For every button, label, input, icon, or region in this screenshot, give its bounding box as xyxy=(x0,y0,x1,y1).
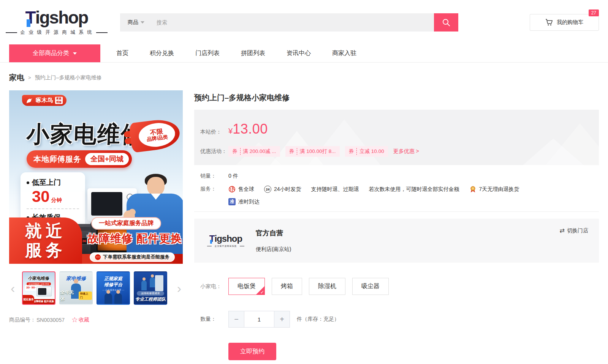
search-bar: 商品 xyxy=(120,13,458,32)
sku-options: 电饭煲 ✓ 烤箱 除湿机 吸尘器 xyxy=(228,278,389,295)
banner-brand-sub: 家庭维修 xyxy=(55,97,63,104)
promo-label: 优惠活动： xyxy=(200,148,228,155)
logo-tagline: 企 业 级 开 源 商 城 系 统 xyxy=(6,29,107,36)
header: T igshop 企 业 级 开 源 商 城 系 统 商品 我的购物车 27 xyxy=(0,0,608,44)
promo-row: 优惠活动： 券满 200.00减 ... 券满 100.00打 8... 券立减… xyxy=(194,146,599,157)
book-now-button[interactable]: 立即预约 xyxy=(228,343,276,360)
store-name: 便利店(南京站) xyxy=(256,246,291,253)
chat-icon xyxy=(95,254,101,260)
stock-text: 件（库存：充足） xyxy=(297,316,339,323)
more-promos-link[interactable]: 更多优惠 > xyxy=(393,148,419,155)
cart-count-badge: 27 xyxy=(589,9,599,16)
all-categories-button[interactable]: 全部商品分类 xyxy=(9,44,100,62)
logo-wordmark: T igshop xyxy=(25,9,88,26)
quantity-increase-button[interactable]: + xyxy=(274,311,290,328)
banner-brand-badge: 啄木鸟 家庭维修 xyxy=(22,95,66,106)
quantity-input[interactable] xyxy=(244,311,274,328)
banner-repair-title: 故障维修 配件更换 xyxy=(87,231,182,246)
store-badge: 官方自营 xyxy=(256,228,291,238)
clock-24-icon: 24 xyxy=(264,186,271,193)
logo-t: T xyxy=(25,9,35,26)
nav-menu: 首页 积分兑换 门店列表 拼团列表 资讯中心 商家入驻 xyxy=(116,44,356,62)
breadcrumb-separator: > xyxy=(28,75,31,80)
nav-item-group-buy[interactable]: 拼团列表 xyxy=(241,49,265,57)
nav-item-home[interactable]: 首页 xyxy=(116,49,128,57)
breadcrumb: 家电 > 预约上门–多规格小家电维修 xyxy=(0,63,608,89)
favorite-star-icon[interactable]: ☆ xyxy=(71,315,78,324)
check-icon: ✓ xyxy=(260,290,264,295)
woodpecker-icon xyxy=(26,98,33,104)
coupon-tag[interactable]: 券满 200.00减 ... xyxy=(228,146,280,157)
price-row: 本站价： ¥ 13.00 xyxy=(194,121,599,137)
thumbnail-1[interactable]: 小家电维修 本地师傅服务 全国+同城 30· 90· 24· 就近服务 故障维修… xyxy=(22,271,55,305)
product-sn-row: 商品编号： SN0030057 ☆ 收藏 xyxy=(9,315,183,324)
service-label: 服务： xyxy=(200,186,228,205)
nav-item-merchant[interactable]: 商家入驻 xyxy=(332,49,356,57)
main-content: 啄木鸟 家庭维修 小家电维修 不限 品牌/品类 本地师傅服务 全国+同城 低至上… xyxy=(0,89,608,360)
swap-arrows-icon: ⇄ xyxy=(560,227,565,234)
price-value: 13.00 xyxy=(233,121,268,137)
coupon-tag[interactable]: 券立减 10.00 xyxy=(345,146,388,157)
price-box: 本站价： ¥ 13.00 优惠活动： 券满 200.00减 ... 券满 100… xyxy=(194,110,599,165)
sn-value: SN0030057 xyxy=(36,317,65,323)
search-input[interactable] xyxy=(151,19,434,25)
store-box: T igshop 企业级开源商城系统 官方自营 便利店(南京站) ⇄ 切换门店 xyxy=(194,219,599,263)
nav-item-stores[interactable]: 门店列表 xyxy=(195,49,220,57)
globe-icon xyxy=(228,186,236,193)
breadcrumb-category[interactable]: 家电 xyxy=(9,72,24,83)
sales-row: 销量： 0 件 xyxy=(200,173,599,180)
thumbnail-3[interactable]: 正规家庭维修平台 — 品质服务有保障 — xyxy=(97,271,130,305)
sku-option-dehumidifier[interactable]: 除湿机 xyxy=(309,278,345,295)
breadcrumb-current: 预约上门–多规格小家电维修 xyxy=(35,74,102,81)
banner-brand-pill: 一站式家庭服务品牌 xyxy=(91,217,161,230)
switch-store-button[interactable]: ⇄ 切换门店 xyxy=(560,227,588,234)
medal-icon xyxy=(469,186,477,193)
sku-option-oven[interactable]: 烤箱 xyxy=(272,278,302,295)
search-category-dropdown[interactable]: 商品 xyxy=(120,19,151,26)
cart-button[interactable]: 我的购物车 27 xyxy=(530,14,599,31)
service-row: 服务： 售全球 24 24小时发货 xyxy=(200,186,599,205)
coupon-tag[interactable]: 券满 100.00打 8... xyxy=(285,146,340,157)
quantity-section: 数量： − + 件（库存：充足） xyxy=(194,311,599,328)
sku-option-vacuum[interactable]: 吸尘器 xyxy=(352,278,389,295)
banner-service-pill: 本地师傅服务 全国+同城 xyxy=(27,150,132,168)
product-details: 预约上门–多规格小家电维修 本站价： ¥ 13.00 优惠活动： 券满 200.… xyxy=(194,90,599,360)
thumbnail-next-arrow[interactable]: › xyxy=(177,282,181,295)
site-logo[interactable]: T igshop 企 业 级 开 源 商 城 系 统 xyxy=(9,9,104,36)
thumbnail-prev-arrow[interactable]: ‹ xyxy=(11,282,15,295)
sku-section: 小家电： 电饭煲 ✓ 烤箱 除湿机 吸尘器 xyxy=(194,278,599,295)
cart-icon xyxy=(545,19,553,26)
currency-symbol: ¥ xyxy=(228,127,233,136)
divider xyxy=(194,211,599,212)
service-24h: 24 24小时发货 xyxy=(264,186,301,193)
sales-value: 0 件 xyxy=(228,173,238,180)
sales-label: 销量： xyxy=(200,173,228,180)
search-button[interactable] xyxy=(434,13,458,32)
service-refund: 支持随时退、过期退 xyxy=(311,186,359,193)
chevron-down-icon xyxy=(73,52,77,55)
sn-label: 商品编号： xyxy=(9,317,36,323)
quantity-decrease-button[interactable]: − xyxy=(228,311,244,328)
thumbnail-4[interactable]: 故障检修更精准 专业工程师团队 xyxy=(134,271,167,305)
favorite-button[interactable]: 收藏 xyxy=(79,317,89,323)
chevron-down-icon xyxy=(141,21,144,24)
thumbnail-2[interactable]: 家电维修 全年无休 快速上门 xyxy=(59,271,93,305)
product-gallery: 啄木鸟 家庭维修 小家电维修 不限 品牌/品类 本地师傅服务 全国+同城 低至上… xyxy=(9,90,183,360)
banner-notice: 下单需联系客服查询是否能服务 xyxy=(90,252,175,262)
thumbnail-strip: ‹ 小家电维修 本地师傅服务 全国+同城 30· 90· 24· 就近服务 故障… xyxy=(9,271,183,305)
rocket-badge: 不限 品牌/品类 xyxy=(122,115,182,156)
nav-item-points[interactable]: 积分兑换 xyxy=(150,49,174,57)
main-nav: 全部商品分类 首页 积分兑换 门店列表 拼团列表 资讯中心 商家入驻 xyxy=(0,44,608,63)
cart-label: 我的购物车 xyxy=(557,19,583,26)
product-title: 预约上门–多规格小家电维修 xyxy=(194,93,599,103)
nav-item-news[interactable]: 资讯中心 xyxy=(287,49,311,57)
price-label: 本站价： xyxy=(200,129,228,136)
store-logo[interactable]: T igshop 企业级开源商城系统 xyxy=(205,234,247,247)
sku-label: 小家电： xyxy=(200,278,228,295)
service-list: 售全球 24 24小时发货 支持随时退、过期退 若次数未使用，可随时退全部实付金… xyxy=(228,186,519,205)
product-main-image[interactable]: 啄木鸟 家庭维修 小家电维修 不限 品牌/品类 本地师傅服务 全国+同城 低至上… xyxy=(9,90,183,264)
logo-accent xyxy=(27,19,30,27)
service-global: 售全球 xyxy=(228,186,254,193)
service-unused-refund: 若次数未使用，可随时退全部实付金额 xyxy=(369,186,459,193)
sku-option-rice-cooker[interactable]: 电饭煲 ✓ xyxy=(228,278,265,295)
